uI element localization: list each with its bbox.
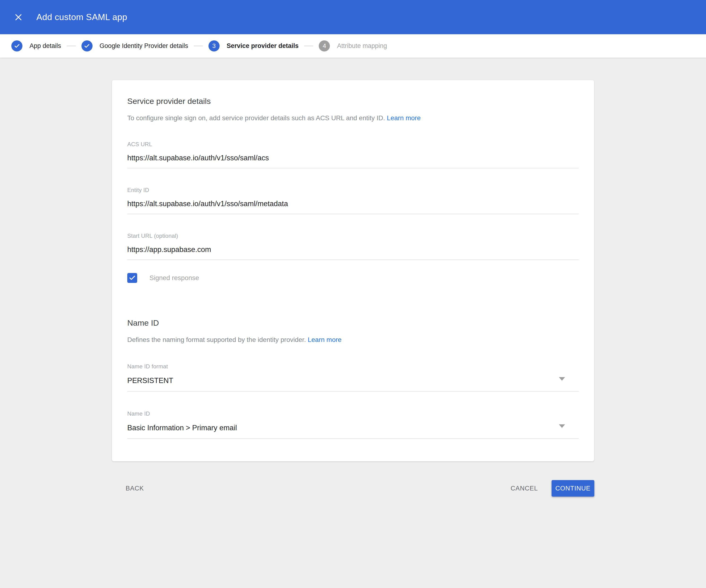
cancel-button[interactable]: CANCEL [508,480,540,496]
acs-url-field-group: ACS URL [127,141,579,168]
description-text: Defines the naming format supported by t… [127,336,306,343]
learn-more-link[interactable]: Learn more [387,114,421,122]
name-id-label: Name ID [127,410,579,417]
step-service-provider-details[interactable]: 3 Service provider details [208,40,299,51]
learn-more-link[interactable]: Learn more [308,336,342,343]
section-heading-name-id: Name ID [127,318,579,327]
continue-button[interactable]: CONTINUE [552,480,594,497]
acs-url-input[interactable] [127,154,579,168]
dialog-header: Add custom SAML app [0,0,706,34]
step-app-details[interactable]: App details [11,40,61,51]
step-separator [194,46,203,46]
step-number-badge: 4 [319,40,330,51]
entity-id-label: Entity ID [127,187,579,193]
name-id-format-value: PERSISTENT [127,377,579,392]
chevron-down-icon [559,424,565,428]
step-number-badge: 3 [208,40,220,51]
step-label: App details [30,42,61,50]
wizard-footer: BACK CANCEL CONTINUE [112,480,594,497]
step-complete-check-icon [11,40,23,51]
step-label: Attribute mapping [337,42,387,50]
section-heading-service-provider: Service provider details [127,96,579,106]
name-id-format-select[interactable]: Name ID format PERSISTENT [127,363,579,392]
acs-url-label: ACS URL [127,141,579,148]
entity-id-field-group: Entity ID [127,187,579,214]
wizard-stepper: App details Google Identity Provider det… [0,34,706,58]
signed-response-label: Signed response [150,274,199,282]
step-label: Google Identity Provider details [100,42,188,50]
service-provider-card: Service provider details To configure si… [112,80,594,462]
entity-id-input[interactable] [127,200,579,214]
step-label: Service provider details [227,42,299,50]
dialog-title: Add custom SAML app [36,12,127,22]
name-id-format-label: Name ID format [127,363,579,370]
step-complete-check-icon [81,40,92,51]
start-url-input[interactable] [127,245,579,260]
step-separator [304,46,313,46]
section-description: To configure single sign on, add service… [127,113,579,123]
checkbox-checked-icon[interactable] [127,273,137,283]
name-id-select[interactable]: Name ID Basic Information > Primary emai… [127,410,579,439]
section-description: Defines the naming format supported by t… [127,335,579,344]
step-separator [67,46,76,46]
start-url-field-group: Start URL (optional) [127,233,579,260]
description-text: To configure single sign on, add service… [127,114,385,122]
back-button[interactable]: BACK [123,480,146,496]
name-id-value: Basic Information > Primary email [127,424,579,439]
step-google-idp-details[interactable]: Google Identity Provider details [81,40,188,51]
signed-response-checkbox-row[interactable]: Signed response [127,273,579,283]
start-url-label: Start URL (optional) [127,233,579,239]
step-attribute-mapping[interactable]: 4 Attribute mapping [319,40,387,51]
chevron-down-icon [559,377,565,381]
close-icon[interactable] [11,10,26,24]
